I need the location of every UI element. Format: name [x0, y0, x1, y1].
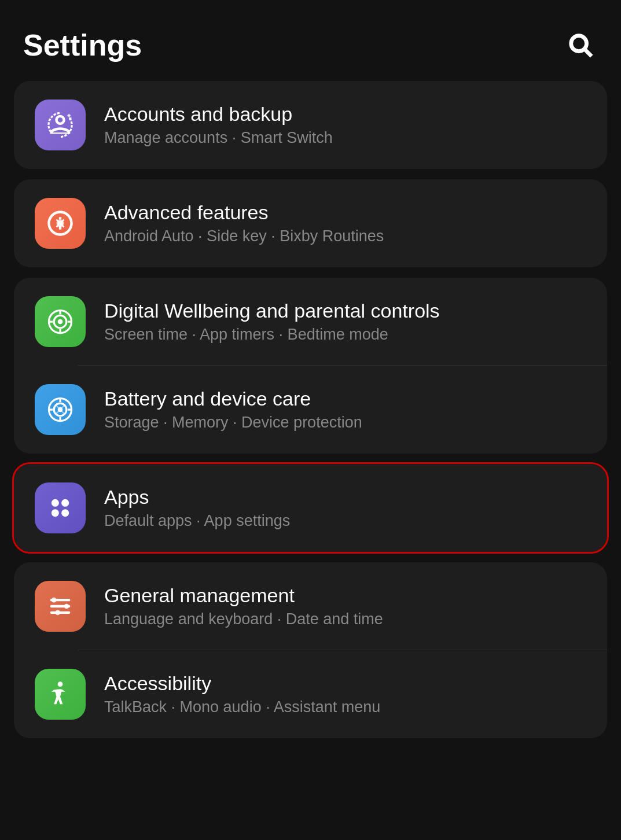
accessibility-text: Accessibility TalkBack · Mono audio · As…: [104, 672, 586, 716]
general-management-text: General management Language and keyboard…: [104, 584, 586, 628]
settings-screen: Settings Accounts a: [0, 0, 621, 738]
svg-point-18: [64, 604, 69, 609]
settings-item-advanced-features[interactable]: Advanced features Android Auto · Side ke…: [14, 179, 607, 267]
battery-care-icon-container: [35, 384, 86, 435]
accounts-backup-text: Accounts and backup Manage accounts · Sm…: [104, 103, 586, 147]
apps-icon: [45, 493, 75, 523]
svg-point-19: [55, 610, 60, 616]
svg-point-10: [52, 499, 59, 507]
digital-wellbeing-icon-container: [35, 296, 86, 347]
management-accessibility-group: General management Language and keyboard…: [14, 562, 607, 738]
accounts-backup-title: Accounts and backup: [104, 103, 586, 126]
svg-point-11: [61, 499, 69, 507]
accessibility-icon: [45, 679, 75, 709]
search-button[interactable]: [563, 28, 598, 62]
accessibility-title: Accessibility: [104, 672, 586, 695]
apps-subtitle: Default apps · App settings: [104, 512, 586, 530]
settings-item-general-management[interactable]: General management Language and keyboard…: [14, 562, 607, 650]
svg-point-20: [58, 681, 63, 687]
svg-line-1: [585, 50, 592, 57]
advanced-features-icon: [45, 208, 75, 238]
svg-point-12: [52, 509, 59, 517]
settings-item-digital-wellbeing[interactable]: Digital Wellbeing and parental controls …: [14, 278, 607, 366]
battery-care-icon: [45, 395, 75, 425]
header: Settings: [0, 0, 621, 81]
general-management-subtitle: Language and keyboard · Date and time: [104, 610, 586, 628]
battery-care-subtitle: Storage · Memory · Device protection: [104, 414, 586, 432]
battery-care-text: Battery and device care Storage · Memory…: [104, 388, 586, 432]
advanced-features-text: Advanced features Android Auto · Side ke…: [104, 201, 586, 245]
advanced-features-card: Advanced features Android Auto · Side ke…: [14, 179, 607, 267]
apps-icon-container: [35, 482, 86, 533]
page-title: Settings: [23, 28, 142, 62]
digital-wellbeing-subtitle: Screen time · App timers · Bedtime mode: [104, 326, 586, 344]
svg-rect-3: [58, 221, 63, 226]
settings-item-apps[interactable]: Apps Default apps · App settings: [14, 464, 607, 552]
digital-wellbeing-text: Digital Wellbeing and parental controls …: [104, 300, 586, 344]
advanced-features-icon-container: [35, 198, 86, 249]
settings-item-accessibility[interactable]: Accessibility TalkBack · Mono audio · As…: [14, 650, 607, 738]
advanced-features-subtitle: Android Auto · Side key · Bixby Routines: [104, 227, 586, 245]
accessibility-subtitle: TalkBack · Mono audio · Assistant menu: [104, 698, 586, 716]
svg-point-0: [571, 36, 587, 51]
search-icon: [567, 32, 594, 58]
general-management-icon-container: [35, 581, 86, 632]
settings-item-battery-care[interactable]: Battery and device care Storage · Memory…: [14, 366, 607, 454]
general-management-icon: [45, 591, 75, 621]
accounts-backup-subtitle: Manage accounts · Smart Switch: [104, 129, 586, 147]
accounts-backup-card: Accounts and backup Manage accounts · Sm…: [14, 81, 607, 169]
apps-card: Apps Default apps · App settings: [14, 464, 607, 552]
svg-point-17: [52, 598, 57, 603]
wellbeing-battery-group: Digital Wellbeing and parental controls …: [14, 278, 607, 454]
settings-list: Accounts and backup Manage accounts · Sm…: [0, 81, 621, 738]
digital-wellbeing-icon: [45, 307, 75, 337]
accounts-icon: [45, 110, 75, 140]
digital-wellbeing-title: Digital Wellbeing and parental controls: [104, 300, 586, 322]
apps-title: Apps: [104, 486, 586, 509]
accessibility-icon-container: [35, 669, 86, 720]
svg-point-6: [58, 319, 63, 325]
settings-item-accounts-backup[interactable]: Accounts and backup Manage accounts · Sm…: [14, 81, 607, 169]
accounts-backup-icon-container: [35, 100, 86, 150]
battery-care-title: Battery and device care: [104, 388, 586, 410]
svg-point-13: [61, 509, 69, 517]
advanced-features-title: Advanced features: [104, 201, 586, 224]
general-management-title: General management: [104, 584, 586, 607]
apps-text: Apps Default apps · App settings: [104, 486, 586, 530]
